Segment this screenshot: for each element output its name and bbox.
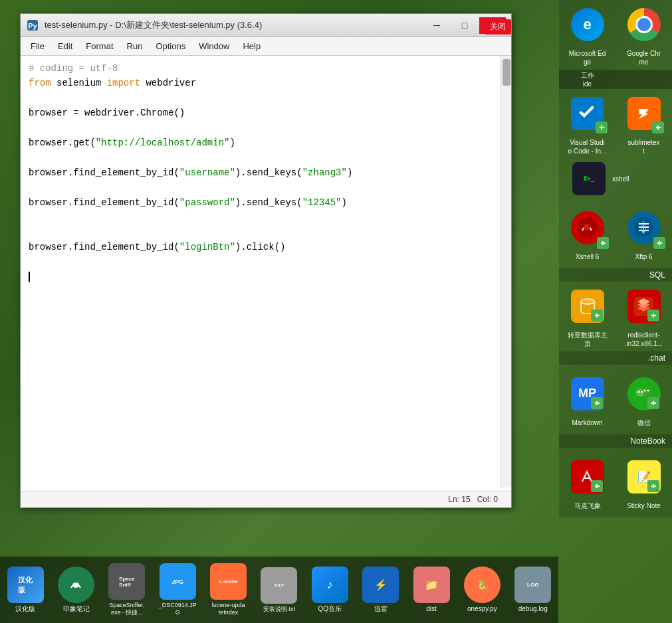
xshell-single-label: xshell [612, 175, 629, 183]
menu-run[interactable]: Run [120, 39, 150, 53]
taskbar-onespy[interactable]: 🐍 onespy.py [460, 567, 504, 613]
sidebar-item-vscode[interactable]: Visual Studio Code - In... [559, 89, 616, 159]
chrome-label: Google Chrme [627, 49, 661, 66]
code-line-1: # coding = utf-8 [29, 61, 503, 76]
spacesniffer-label: SpaceSniffer.exe - 快捷... [109, 602, 144, 616]
window-title: test-selenium.py - D:\新建文件夹\test-seleniu… [45, 19, 423, 31]
chat-section-label: .chat [559, 351, 672, 365]
title-bar: Py test-selenium.py - D:\新建文件夹\test-sele… [21, 14, 511, 37]
close-chinese-label: 关闭 [485, 19, 511, 35]
sublime-icon-box [622, 92, 665, 135]
menu-file[interactable]: File [24, 39, 51, 53]
code-line-9 [29, 180, 503, 195]
qqmusic-icon: ♪ [312, 567, 348, 603]
taskbar-dist[interactable]: 📁 dist [409, 567, 453, 613]
onespy-icon: 🐍 [464, 567, 501, 603]
svg-point-10 [641, 391, 643, 393]
taskbar-yinxiang[interactable]: 印象笔记 [54, 567, 98, 613]
vscode-label: Visual Studio Code - In... [568, 138, 607, 155]
code-line-8: browser.find_element_by_id("username").s… [29, 165, 503, 180]
sidebar-item-msedge[interactable]: e Microsoft Edge [559, 0, 616, 70]
taskbar-hanzify[interactable]: 汉化版 汉化版 [3, 567, 47, 613]
menu-options[interactable]: Options [149, 39, 192, 53]
sidebar-item-sublime[interactable]: sublimetext [616, 89, 672, 159]
sqldatabase-badge [591, 310, 603, 321]
code-line-3 [29, 91, 503, 106]
sidebar-item-redis[interactable]: redisclient-.in32.x86.1... [616, 282, 672, 351]
taskbar-thunder[interactable]: ⚡ 迅雷 [359, 567, 403, 613]
sidebar-row-browsers: e Microsoft Edge Google Chrme [559, 0, 672, 70]
xftp6-label: Xftp 6 [635, 252, 652, 261]
minimize-button[interactable]: ─ [423, 17, 450, 34]
taskbar-dsc[interactable]: JPG _DSC0914.JPG [156, 563, 199, 616]
taskbar-install[interactable]: TXT 安装说明.txt [257, 567, 301, 613]
thunder-icon: ⚡ [362, 567, 399, 603]
menu-bar: File Edit Format Run Options Window Help [21, 37, 511, 56]
code-line-15 [29, 269, 503, 284]
markdown-icon-box: MP [566, 372, 609, 415]
svg-point-12 [647, 390, 649, 392]
wechat-badge [647, 397, 659, 409]
sublime-badge [652, 122, 664, 134]
sidebar-item-markdown[interactable]: MP Markdown [559, 365, 616, 434]
sidebar-item-xshell-single[interactable]: X>_ xshell [559, 159, 672, 199]
status-ln-col: Ln: 15 Col: 0 [448, 495, 498, 504]
sticky-icon: 📝 [627, 460, 661, 493]
markdown-label: Markdown [572, 418, 602, 427]
vertical-scrollbar[interactable] [501, 56, 511, 488]
sidebar-row-makefei-sticky: 马克飞象 📝 Sticky Note [559, 448, 672, 517]
edge-sublabel: 工作ide [559, 70, 616, 89]
yinxiang-icon [58, 567, 94, 603]
sidebar-item-xshell6[interactable]: Xshell 6 [559, 199, 616, 268]
menu-help[interactable]: Help [236, 39, 267, 53]
code-line-5 [29, 121, 503, 135]
yinxiang-label: 印象笔记 [63, 605, 90, 613]
sidebar-item-chrome[interactable]: Google Chrme [616, 0, 672, 70]
thunder-label: 迅雷 [374, 605, 388, 613]
dist-label: dist [426, 605, 437, 613]
taskbar-spacesniffer[interactable]: SpaceSniff SpaceSniffer.exe - 快捷... [105, 563, 149, 616]
sidebar-row-xshell-xftp: Xshell 6 Xftp 6 [559, 199, 672, 268]
scrollbar-thumb[interactable] [503, 59, 510, 86]
menu-edit[interactable]: Edit [51, 39, 79, 53]
code-line-13: browser.find_element_by_id("loginBtn").c… [29, 240, 503, 254]
chrome-icon-box [622, 3, 665, 46]
sublime-label: sublimetext [628, 138, 660, 155]
sidebar-item-makefei[interactable]: 马克飞象 [559, 448, 616, 517]
taskbar-qqmusic[interactable]: ♪ QQ音乐 [308, 567, 352, 613]
hanzify-label: 汉化版 [15, 605, 35, 613]
xshell6-label: Xshell 6 [576, 252, 600, 261]
svg-point-2 [584, 224, 590, 230]
spacesniffer-icon: SpaceSniff [108, 563, 145, 600]
svg-text:🐍: 🐍 [476, 579, 488, 590]
sidebar-row-sql-redis: 转至数据库主页 redisclient-.in32.x86.1... [559, 282, 672, 351]
code-editor[interactable]: # coding = utf-8 from selenium import we… [21, 56, 511, 491]
code-line-4: browser = webdriver.Chrome() [29, 106, 503, 120]
sqldatabase-icon [571, 290, 604, 323]
svg-point-11 [644, 390, 646, 392]
sidebar-item-wechat[interactable]: 微信 [616, 365, 672, 434]
notebook-section-label: NoteBook [559, 434, 672, 448]
sidebar-item-sticky[interactable]: 📝 Sticky Note [616, 448, 672, 517]
maximize-button[interactable]: □ [451, 17, 478, 34]
taskbar-lucene[interactable]: Lucene lucene-updateIndex [206, 563, 250, 616]
onespy-label: onespy.py [467, 605, 497, 613]
wechat-icon-box [622, 372, 665, 415]
redis-badge [647, 310, 659, 321]
xshell6-badge [597, 237, 609, 249]
sidebar-right: e Microsoft Edge Google Chrme 工作ide [559, 0, 672, 623]
taskbar-debuglog[interactable]: LOG debug.log [511, 567, 555, 613]
wechat-label: 微信 [637, 418, 651, 427]
code-line-2: from selenium import webdriver [29, 76, 503, 90]
sqldatabase-icon-box [566, 285, 609, 327]
menu-format[interactable]: Format [79, 39, 120, 53]
menu-window[interactable]: Window [192, 39, 236, 53]
chrome-sublabel [616, 70, 672, 89]
hanzify-icon: 汉化版 [7, 567, 44, 603]
sidebar-item-sqldatabase[interactable]: 转至数据库主页 [559, 282, 616, 351]
xshell-icon: X>_ [572, 162, 606, 195]
sidebar-item-xftp6[interactable]: Xftp 6 [616, 199, 672, 268]
debuglog-icon: LOG [514, 567, 551, 603]
install-label: 安装说明.txt [263, 606, 295, 613]
wechat-icon [627, 377, 661, 410]
